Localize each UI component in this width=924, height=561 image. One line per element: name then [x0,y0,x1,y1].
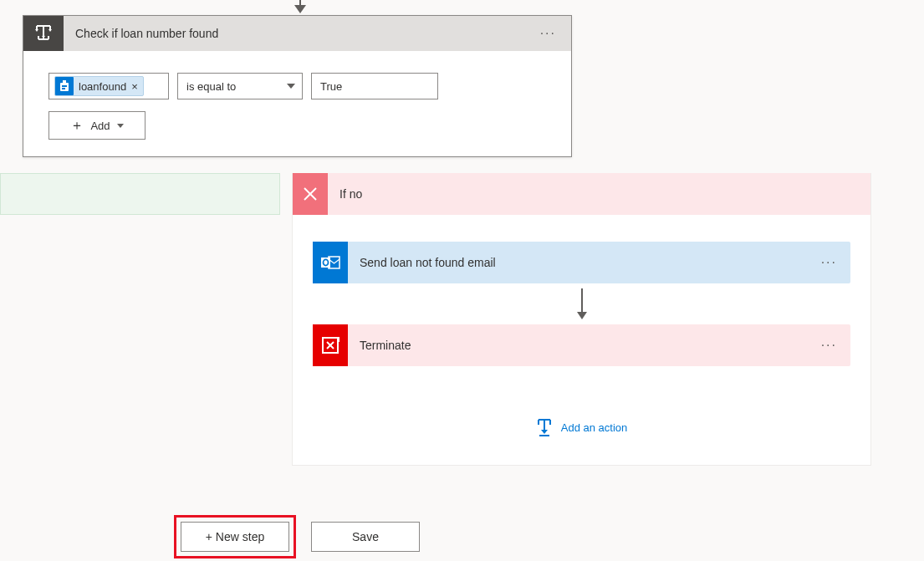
svg-rect-2 [62,85,67,87]
action-send-email[interactable]: Send loan not found email ··· [313,242,850,283]
new-step-button[interactable]: + New step [181,522,289,552]
chevron-down-icon [117,124,124,128]
bottom-button-row: + New step Save [174,515,420,558]
condition-left-operand-field[interactable]: loanfound × [48,73,169,99]
action-label: Terminate [348,339,808,352]
terminate-icon [313,324,348,366]
action-more-icon[interactable]: ··· [808,338,850,353]
new-step-highlight: + New step [174,515,296,558]
if-no-title: If no [328,187,362,201]
condition-header[interactable]: Check if loan number found ··· [23,16,571,51]
add-action-button[interactable]: Add an action [313,418,850,436]
if-no-branch: If no Send loan not found email ··· [292,173,871,466]
if-yes-branch[interactable] [0,173,280,215]
svg-rect-3 [62,88,65,89]
condition-icon [23,16,64,51]
action-more-icon[interactable]: ··· [808,255,850,270]
condition-right-operand-field[interactable]: True [311,73,438,99]
action-terminate[interactable]: Terminate ··· [313,324,850,366]
value-text: True [320,80,342,93]
condition-card: Check if loan number found ··· loanfound… [23,15,572,157]
add-action-icon [536,418,553,436]
condition-operator-select[interactable]: is equal to [177,73,303,99]
token-label: loanfound [79,80,126,93]
add-label: Add [90,120,110,132]
action-label: Send loan not found email [348,256,808,269]
dynamic-content-token[interactable]: loanfound × [54,76,144,96]
if-no-header[interactable]: If no [293,173,870,215]
chevron-down-icon [287,84,295,89]
condition-body: loanfound × is equal to True ＋ Add [23,51,571,156]
condition-title: Check if loan number found [64,27,525,40]
flow-arrow-into-condition [294,0,306,13]
svg-rect-1 [63,80,66,84]
variable-icon [55,77,74,95]
plus-icon: ＋ [70,117,84,135]
operator-label: is equal to [186,80,236,93]
save-button[interactable]: Save [311,522,420,552]
add-action-label: Add an action [561,421,628,434]
close-icon [293,173,328,215]
outlook-icon [313,242,348,283]
condition-more-icon[interactable]: ··· [525,26,571,41]
flow-connector-arrow [313,288,850,319]
token-remove-icon[interactable]: × [126,80,143,93]
add-condition-button[interactable]: ＋ Add [48,111,145,140]
